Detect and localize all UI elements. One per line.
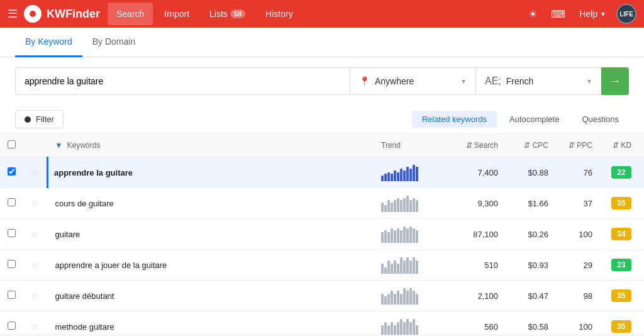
trend-bar [400, 257, 402, 274]
keywords-table-wrapper: ▼ Keywords Trend ⇵ Search ⇵ CPC [0, 133, 644, 335]
star-icon[interactable]: ☆ [31, 229, 39, 239]
trend-bars [381, 318, 441, 335]
keyboard-icon-button[interactable]: ⌨ [547, 3, 569, 25]
trend-bar [397, 322, 399, 335]
trend-bar [387, 200, 390, 212]
trend-bar [381, 203, 384, 212]
trend-bar [397, 172, 399, 181]
row-checkbox[interactable] [8, 198, 16, 206]
language-chevron-icon: ▼ [586, 78, 592, 85]
language-value: French [506, 76, 581, 86]
table-row[interactable]: ☆apprendre a jouer de la guitare510$0.93… [0, 250, 644, 281]
avatar[interactable]: LIFE [616, 4, 636, 24]
nav-import-button[interactable]: Import [155, 3, 198, 25]
header-checkbox-cell [0, 134, 23, 157]
keyword-cell: guitare débutant [48, 281, 374, 311]
kd-cell: 35 [600, 281, 644, 311]
select-all-checkbox[interactable] [8, 140, 16, 148]
lists-badge: 58 [230, 9, 245, 18]
header-kd[interactable]: ⇵ KD [600, 134, 644, 157]
trend-bar [413, 198, 415, 212]
trend-bar [381, 325, 384, 335]
trend-bar [381, 176, 384, 181]
trend-bar [416, 294, 418, 305]
header-search[interactable]: ⇵ Search [449, 134, 506, 157]
trend-bar [381, 294, 384, 305]
tab-related-keywords[interactable]: Related keywords [412, 111, 497, 128]
nav-search-button[interactable]: Search [108, 3, 153, 25]
trend-bar [381, 264, 384, 274]
trend-bar [391, 322, 393, 335]
search-input[interactable] [15, 67, 350, 95]
trend-bar [391, 174, 393, 181]
location-chevron-icon: ▼ [460, 78, 467, 85]
trend-bar [391, 228, 393, 243]
keyword-cell: apprendre la guitare [48, 157, 374, 188]
nav-lists-button[interactable]: Lists 58 [201, 3, 254, 25]
trend-bar [400, 169, 402, 181]
location-selector[interactable]: 📍 Anywhere ▼ [350, 67, 475, 95]
language-selector[interactable]: AE; French ▼ [475, 67, 601, 95]
trend-bar [391, 203, 393, 212]
trend-bar [409, 260, 412, 274]
tab-questions[interactable]: Questions [572, 111, 629, 128]
cpc-cell: $1.66 [506, 188, 556, 219]
trend-bar [406, 228, 409, 243]
sort-icon-search: ⇵ [466, 141, 472, 150]
trend-bar [384, 267, 387, 274]
kd-badge: 22 [611, 166, 631, 179]
keyword-name: guitare débutant [55, 291, 114, 301]
sort-icon-kd: ⇵ [613, 141, 619, 150]
hamburger-icon[interactable]: ☰ [8, 7, 18, 21]
star-icon[interactable]: ☆ [31, 260, 39, 270]
row-checkbox-cell [0, 281, 23, 311]
trend-bar [406, 291, 409, 305]
star-icon[interactable]: ☆ [31, 291, 39, 301]
trend-bar [384, 174, 387, 181]
trend-bar [406, 196, 409, 212]
ppc-cell: 37 [556, 188, 600, 219]
filter-bar: Filter Related keywords Autocomplete Que… [0, 105, 644, 133]
tab-autocomplete[interactable]: Autocomplete [499, 111, 570, 128]
table-row[interactable]: ☆methode guitare560$0.5810035 [0, 311, 644, 335]
ppc-cell: 98 [556, 281, 600, 311]
trend-bars [381, 164, 441, 181]
nav-history-button[interactable]: History [257, 3, 302, 25]
trend-bar [384, 322, 387, 335]
star-icon[interactable]: ☆ [31, 322, 39, 332]
row-checkbox[interactable] [8, 167, 16, 176]
row-checkbox[interactable] [8, 291, 16, 299]
star-icon[interactable]: ☆ [31, 167, 39, 177]
row-checkbox[interactable] [8, 260, 16, 268]
table-row[interactable]: ☆guitare87,100$0.2610034 [0, 219, 644, 250]
row-checkbox[interactable] [8, 229, 16, 237]
trend-bar [394, 171, 396, 181]
filter-button[interactable]: Filter [15, 110, 64, 128]
row-star-cell: ☆ [23, 219, 48, 250]
table-row[interactable]: ☆guitare débutant2,100$0.479835 [0, 281, 644, 311]
star-icon[interactable]: ☆ [31, 198, 39, 208]
table-row[interactable]: ☆apprendre la guitare7,400$0.887622 [0, 157, 644, 188]
header-ppc[interactable]: ⇵ PPC [556, 134, 600, 157]
settings-icon-button[interactable]: ☀ [521, 3, 544, 25]
trend-cell [374, 188, 449, 219]
trend-bar [406, 319, 409, 335]
trend-bar [406, 257, 409, 274]
ppc-cell: 100 [556, 311, 600, 335]
trend-cell [374, 250, 449, 281]
kd-badge: 34 [611, 228, 631, 240]
trend-bars [381, 256, 441, 274]
header-trend[interactable]: Trend [374, 134, 449, 157]
tab-by-domain[interactable]: By Domain [82, 28, 145, 57]
row-checkbox[interactable] [8, 322, 16, 330]
search-tabs: By Keyword By Domain [0, 28, 644, 57]
trend-bar [416, 200, 418, 212]
search-go-button[interactable]: → [601, 67, 629, 95]
tab-by-keyword[interactable]: By Keyword [15, 28, 82, 57]
header-keywords: ▼ Keywords [48, 134, 374, 157]
trend-bars [381, 287, 441, 305]
header-cpc[interactable]: ⇵ CPC [506, 134, 556, 157]
table-row[interactable]: ☆cours de guitare9,300$1.663735 [0, 188, 644, 219]
help-button[interactable]: Help ▼ [572, 5, 614, 23]
trend-bar [413, 291, 415, 305]
